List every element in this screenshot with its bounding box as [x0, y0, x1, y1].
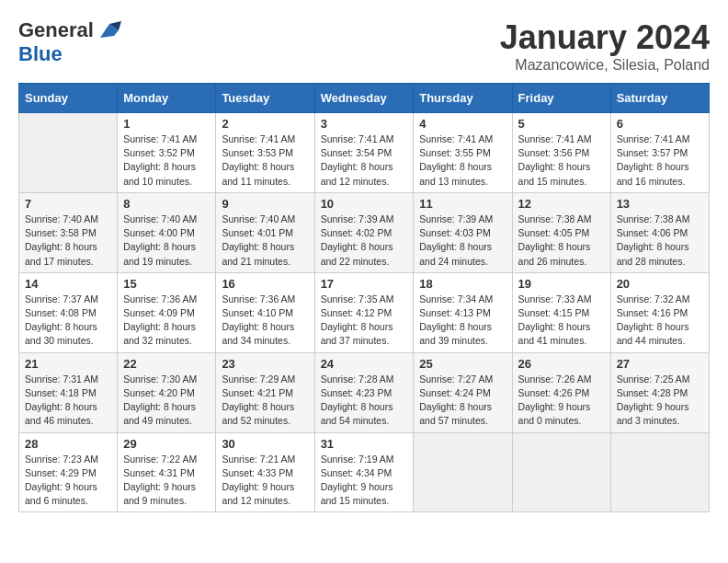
day-number: 27: [617, 357, 703, 371]
calendar-cell: [19, 113, 118, 193]
calendar-cell: 26Sunrise: 7:26 AM Sunset: 4:26 PM Dayli…: [512, 352, 610, 432]
day-info: Sunrise: 7:34 AM Sunset: 4:13 PM Dayligh…: [419, 293, 506, 349]
day-number: 9: [222, 197, 308, 211]
day-header-thursday: Thursday: [414, 84, 512, 113]
day-info: Sunrise: 7:38 AM Sunset: 4:06 PM Dayligh…: [617, 213, 703, 269]
page-header: General Blue January 2024 Mazancowice, S…: [18, 18, 710, 74]
calendar-cell: 17Sunrise: 7:35 AM Sunset: 4:12 PM Dayli…: [314, 272, 414, 352]
day-info: Sunrise: 7:41 AM Sunset: 3:54 PM Dayligh…: [321, 132, 408, 189]
day-info: Sunrise: 7:40 AM Sunset: 4:00 PM Dayligh…: [123, 213, 210, 269]
day-info: Sunrise: 7:33 AM Sunset: 4:15 PM Dayligh…: [518, 293, 605, 349]
day-info: Sunrise: 7:26 AM Sunset: 4:26 PM Dayligh…: [518, 373, 605, 429]
calendar-cell: 8Sunrise: 7:40 AM Sunset: 4:00 PM Daylig…: [118, 192, 216, 272]
day-number: 11: [419, 197, 506, 211]
calendar-week-3: 14Sunrise: 7:37 AM Sunset: 4:08 PM Dayli…: [19, 272, 710, 352]
day-number: 25: [419, 357, 506, 371]
calendar-cell: [610, 432, 709, 512]
day-number: 17: [321, 277, 408, 291]
day-header-sunday: Sunday: [19, 84, 118, 113]
day-number: 20: [617, 277, 703, 291]
day-info: Sunrise: 7:41 AM Sunset: 3:53 PM Dayligh…: [222, 132, 308, 189]
day-number: 5: [518, 117, 605, 131]
calendar-cell: 25Sunrise: 7:27 AM Sunset: 4:24 PM Dayli…: [414, 352, 512, 432]
day-header-wednesday: Wednesday: [314, 84, 414, 113]
calendar-cell: 16Sunrise: 7:36 AM Sunset: 4:10 PM Dayli…: [216, 272, 314, 352]
day-info: Sunrise: 7:30 AM Sunset: 4:20 PM Dayligh…: [123, 373, 210, 429]
day-header-friday: Friday: [512, 84, 610, 113]
calendar-week-4: 21Sunrise: 7:31 AM Sunset: 4:18 PM Dayli…: [19, 352, 710, 432]
day-number: 4: [419, 117, 506, 131]
day-info: Sunrise: 7:27 AM Sunset: 4:24 PM Dayligh…: [419, 373, 506, 429]
day-info: Sunrise: 7:28 AM Sunset: 4:23 PM Dayligh…: [321, 373, 408, 429]
day-number: 30: [222, 437, 308, 451]
calendar-cell: [512, 432, 610, 512]
day-info: Sunrise: 7:36 AM Sunset: 4:10 PM Dayligh…: [222, 293, 308, 349]
day-info: Sunrise: 7:19 AM Sunset: 4:34 PM Dayligh…: [321, 453, 408, 509]
calendar-cell: 7Sunrise: 7:40 AM Sunset: 3:58 PM Daylig…: [19, 192, 118, 272]
day-number: 22: [123, 357, 210, 371]
calendar-cell: 4Sunrise: 7:41 AM Sunset: 3:55 PM Daylig…: [414, 113, 512, 193]
calendar-cell: 27Sunrise: 7:25 AM Sunset: 4:28 PM Dayli…: [610, 352, 709, 432]
day-number: 18: [419, 277, 506, 291]
calendar-cell: 22Sunrise: 7:30 AM Sunset: 4:20 PM Dayli…: [118, 352, 216, 432]
calendar-cell: 12Sunrise: 7:38 AM Sunset: 4:05 PM Dayli…: [512, 192, 610, 272]
calendar-cell: 24Sunrise: 7:28 AM Sunset: 4:23 PM Dayli…: [314, 352, 414, 432]
calendar-cell: 11Sunrise: 7:39 AM Sunset: 4:03 PM Dayli…: [414, 192, 512, 272]
day-header-tuesday: Tuesday: [216, 84, 314, 113]
day-info: Sunrise: 7:25 AM Sunset: 4:28 PM Dayligh…: [617, 373, 703, 429]
day-info: Sunrise: 7:37 AM Sunset: 4:08 PM Dayligh…: [25, 293, 111, 349]
day-header-monday: Monday: [118, 84, 216, 113]
day-number: 15: [123, 277, 210, 291]
day-number: 23: [222, 357, 308, 371]
calendar-body: 1Sunrise: 7:41 AM Sunset: 3:52 PM Daylig…: [19, 113, 710, 512]
calendar-cell: 20Sunrise: 7:32 AM Sunset: 4:16 PM Dayli…: [610, 272, 709, 352]
calendar-cell: [414, 432, 512, 512]
calendar-table: SundayMondayTuesdayWednesdayThursdayFrid…: [18, 83, 710, 512]
day-number: 10: [321, 197, 408, 211]
day-number: 14: [25, 277, 111, 291]
calendar-cell: 31Sunrise: 7:19 AM Sunset: 4:34 PM Dayli…: [314, 432, 414, 512]
day-info: Sunrise: 7:32 AM Sunset: 4:16 PM Dayligh…: [617, 293, 703, 349]
day-info: Sunrise: 7:39 AM Sunset: 4:03 PM Dayligh…: [419, 213, 506, 269]
day-number: 28: [25, 437, 111, 451]
calendar-cell: 18Sunrise: 7:34 AM Sunset: 4:13 PM Dayli…: [414, 272, 512, 352]
day-info: Sunrise: 7:41 AM Sunset: 3:56 PM Dayligh…: [518, 132, 605, 189]
location-text: Mazancowice, Silesia, Poland: [500, 57, 710, 74]
calendar-header: SundayMondayTuesdayWednesdayThursdayFrid…: [19, 84, 710, 113]
day-info: Sunrise: 7:35 AM Sunset: 4:12 PM Dayligh…: [321, 293, 408, 349]
day-number: 31: [321, 437, 408, 451]
day-number: 1: [123, 117, 210, 131]
calendar-week-5: 28Sunrise: 7:23 AM Sunset: 4:29 PM Dayli…: [19, 432, 710, 512]
day-info: Sunrise: 7:29 AM Sunset: 4:21 PM Dayligh…: [222, 373, 308, 429]
day-info: Sunrise: 7:31 AM Sunset: 4:18 PM Dayligh…: [25, 373, 111, 429]
calendar-cell: 30Sunrise: 7:21 AM Sunset: 4:33 PM Dayli…: [216, 432, 314, 512]
day-number: 16: [222, 277, 308, 291]
day-number: 13: [617, 197, 703, 211]
calendar-cell: 10Sunrise: 7:39 AM Sunset: 4:02 PM Dayli…: [314, 192, 414, 272]
day-info: Sunrise: 7:40 AM Sunset: 3:58 PM Dayligh…: [25, 213, 111, 269]
calendar-week-2: 7Sunrise: 7:40 AM Sunset: 3:58 PM Daylig…: [19, 192, 710, 272]
calendar-header-row: SundayMondayTuesdayWednesdayThursdayFrid…: [19, 84, 710, 113]
day-number: 12: [518, 197, 605, 211]
calendar-cell: 29Sunrise: 7:22 AM Sunset: 4:31 PM Dayli…: [118, 432, 216, 512]
calendar-cell: 14Sunrise: 7:37 AM Sunset: 4:08 PM Dayli…: [19, 272, 118, 352]
day-info: Sunrise: 7:39 AM Sunset: 4:02 PM Dayligh…: [321, 213, 408, 269]
calendar-cell: 13Sunrise: 7:38 AM Sunset: 4:06 PM Dayli…: [610, 192, 709, 272]
logo-bird-icon: [96, 19, 123, 42]
day-number: 7: [25, 197, 111, 211]
day-number: 21: [25, 357, 111, 371]
day-number: 8: [123, 197, 210, 211]
day-number: 24: [321, 357, 408, 371]
calendar-cell: 15Sunrise: 7:36 AM Sunset: 4:09 PM Dayli…: [118, 272, 216, 352]
logo-blue-text: Blue: [18, 42, 63, 66]
day-number: 19: [518, 277, 605, 291]
day-info: Sunrise: 7:40 AM Sunset: 4:01 PM Dayligh…: [222, 213, 308, 269]
calendar-cell: 23Sunrise: 7:29 AM Sunset: 4:21 PM Dayli…: [216, 352, 314, 432]
title-section: January 2024 Mazancowice, Silesia, Polan…: [500, 18, 710, 74]
day-info: Sunrise: 7:41 AM Sunset: 3:57 PM Dayligh…: [617, 132, 703, 189]
day-info: Sunrise: 7:41 AM Sunset: 3:55 PM Dayligh…: [419, 132, 506, 189]
day-info: Sunrise: 7:41 AM Sunset: 3:52 PM Dayligh…: [123, 132, 210, 189]
calendar-cell: 1Sunrise: 7:41 AM Sunset: 3:52 PM Daylig…: [118, 113, 216, 193]
month-title: January 2024: [500, 18, 710, 57]
logo: General Blue: [18, 18, 123, 66]
